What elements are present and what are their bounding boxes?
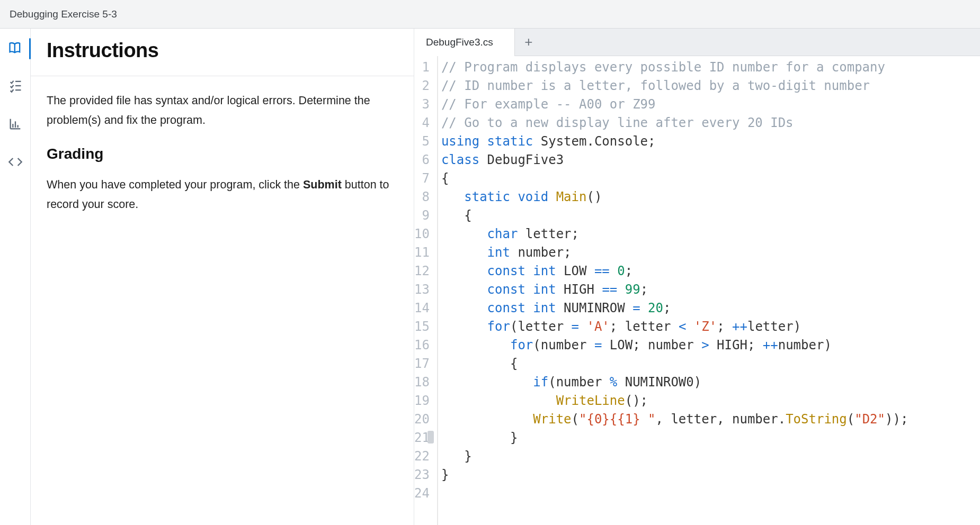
code-line[interactable]: }	[441, 429, 908, 447]
editor-tabstrip: DebugFive3.cs +	[414, 29, 980, 56]
editor-tab-label: DebugFive3.cs	[426, 37, 493, 48]
main-body: Instructions The provided file has synta…	[0, 29, 980, 525]
rail-instructions[interactable]	[0, 37, 31, 60]
code-line[interactable]: const int LOW == 0;	[441, 262, 908, 280]
code-line[interactable]: static void Main()	[441, 188, 908, 206]
line-number: 17	[414, 355, 432, 373]
line-number: 16	[414, 336, 432, 355]
code-line[interactable]: for(letter = 'A'; letter < 'Z'; ++letter…	[441, 318, 908, 336]
rail-code[interactable]	[0, 151, 31, 175]
p2-pre: When you have completed your program, cl…	[47, 178, 303, 191]
code-line[interactable]: // For example -- A00 or Z99	[441, 95, 908, 114]
line-number: 23	[414, 466, 432, 484]
page-title: Debugging Exercise 5-3	[10, 8, 117, 20]
instructions-p2: When you have completed your program, cl…	[47, 175, 398, 214]
p2-bold: Submit	[303, 178, 342, 191]
editor-tab[interactable]: DebugFive3.cs	[414, 29, 515, 56]
app-header: Debugging Exercise 5-3	[0, 0, 980, 29]
line-number: 9	[414, 206, 432, 225]
line-number: 3	[414, 95, 432, 114]
code-line[interactable]: {	[441, 206, 908, 225]
line-number: 13	[414, 280, 432, 299]
code-line[interactable]: {	[441, 169, 908, 188]
line-number: 20	[414, 410, 432, 429]
instructions-title: Instructions	[47, 39, 398, 62]
code-line[interactable]: const int HIGH == 99;	[441, 280, 908, 299]
code-line[interactable]: char letter;	[441, 225, 908, 243]
code-editor[interactable]: 123456789101112131415161718192021222324 …	[414, 56, 980, 525]
line-number: 6	[414, 151, 432, 169]
code-line[interactable]: }	[441, 447, 908, 466]
line-number: 8	[414, 188, 432, 206]
line-number: 22	[414, 447, 432, 466]
code-line[interactable]: using static System.Console;	[441, 132, 908, 151]
line-number: 12	[414, 262, 432, 280]
line-number: 10	[414, 225, 432, 243]
code-line[interactable]: for(number = LOW; number > HIGH; ++numbe…	[441, 336, 908, 355]
fold-marker-icon[interactable]	[427, 431, 434, 443]
code-line[interactable]	[441, 484, 908, 503]
code-line[interactable]: // Program displays every possible ID nu…	[441, 58, 908, 77]
line-number: 18	[414, 373, 432, 392]
instructions-p1: The provided file has syntax and/or logi…	[47, 91, 398, 130]
line-number: 24	[414, 484, 432, 503]
instructions-panel: Instructions The provided file has synta…	[31, 29, 414, 525]
line-number: 7	[414, 169, 432, 188]
chart-icon	[8, 116, 23, 133]
book-icon	[8, 40, 23, 57]
rail-chart[interactable]	[0, 113, 31, 137]
line-number: 14	[414, 299, 432, 318]
tasks-icon	[8, 78, 23, 95]
grading-heading: Grading	[47, 146, 398, 162]
code-line[interactable]: class DebugFive3	[441, 151, 908, 169]
line-number: 19	[414, 392, 432, 410]
line-gutter: 123456789101112131415161718192021222324	[414, 56, 437, 525]
line-number: 1	[414, 58, 432, 77]
add-tab-button[interactable]: +	[515, 28, 542, 56]
line-number: 15	[414, 318, 432, 336]
editor-panel: DebugFive3.cs + 123456789101112131415161…	[414, 29, 980, 525]
code-line[interactable]: if(number % NUMINROW0)	[441, 373, 908, 392]
code-line[interactable]: }	[441, 466, 908, 484]
code-line[interactable]: WriteLine();	[441, 392, 908, 410]
code-line[interactable]: {	[441, 355, 908, 373]
code-line[interactable]: const int NUMINROW = 20;	[441, 299, 908, 318]
line-number: 4	[414, 114, 432, 132]
rail-tasks[interactable]	[0, 75, 31, 98]
line-number: 2	[414, 77, 432, 95]
code-icon	[8, 155, 23, 171]
line-number: 5	[414, 132, 432, 151]
code-line[interactable]: int number;	[441, 243, 908, 262]
code-line[interactable]: // ID number is a letter, followed by a …	[441, 77, 908, 95]
code-line[interactable]: Write("{0}{{1} ", letter, number.ToStrin…	[441, 410, 908, 429]
plus-icon: +	[524, 34, 532, 50]
instructions-header: Instructions	[31, 29, 414, 76]
left-rail	[0, 29, 31, 525]
code-line[interactable]: // Go to a new display line after every …	[441, 114, 908, 132]
code-content[interactable]: // Program displays every possible ID nu…	[438, 56, 908, 525]
instructions-body: The provided file has syntax and/or logi…	[31, 76, 414, 243]
line-number: 11	[414, 243, 432, 262]
